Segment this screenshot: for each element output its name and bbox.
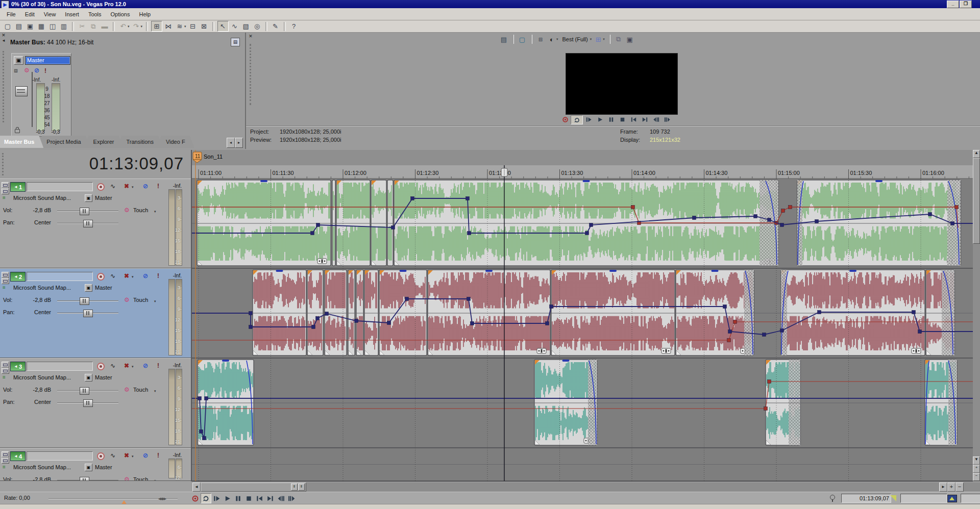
ignore-grouping-icon[interactable]: ⊠: [199, 21, 209, 31]
pan-value[interactable]: Center: [15, 399, 51, 405]
automation-caret-icon[interactable]: ▾: [154, 298, 156, 305]
audio-event[interactable]: [781, 270, 925, 355]
track-motion-icon[interactable]: ≡: [3, 374, 6, 381]
envelope-node[interactable]: [951, 222, 954, 225]
track-restore-icon[interactable]: [2, 457, 9, 464]
audio-event[interactable]: [797, 180, 961, 266]
envelope-node[interactable]: [955, 206, 959, 209]
tab-master-bus[interactable]: Master Bus: [0, 136, 43, 148]
track-name-field[interactable]: [27, 272, 93, 281]
audio-event[interactable]: [379, 270, 427, 355]
pan-slider-handle[interactable]: [83, 399, 93, 407]
menu-tools[interactable]: Tools: [84, 10, 106, 19]
audio-event[interactable]: [364, 270, 378, 355]
track-header-3[interactable]: ◄3∿✖▾⊘!-Inf.≡Microsoft Sound Map...▣Mast…: [0, 358, 191, 448]
envelope-node[interactable]: [468, 232, 471, 235]
mute-caret-icon[interactable]: ▾: [132, 453, 134, 460]
tab-scroll-right-icon[interactable]: ▸: [235, 138, 243, 148]
envelope-node[interactable]: [467, 297, 471, 301]
lock-envelopes-icon[interactable]: ⊟: [188, 21, 198, 31]
envelope-node[interactable]: [312, 325, 315, 329]
master-fader-handle[interactable]: [15, 86, 28, 96]
automation-caret-icon[interactable]: ▾: [154, 208, 156, 215]
mute-icon[interactable]: ✖: [124, 272, 129, 279]
mute-caret-icon[interactable]: ▾: [132, 273, 134, 281]
envelope-node[interactable]: [693, 216, 696, 220]
track-restore-icon[interactable]: [2, 188, 9, 194]
enable-snapping-icon[interactable]: ⊞: [151, 21, 162, 32]
automation-gear-icon[interactable]: ⚙: [124, 296, 130, 303]
bus-assign-button[interactable]: ▣: [85, 374, 92, 381]
envelope-node[interactable]: [754, 215, 757, 218]
undo-icon-caret[interactable]: ▾: [128, 24, 130, 29]
track-envelope-icon[interactable]: ∿: [110, 362, 115, 369]
tab-video-f[interactable]: Video F: [157, 136, 194, 148]
zoom-edit-tool-icon[interactable]: ◎: [252, 21, 262, 31]
vol-slider-handle[interactable]: [80, 477, 89, 481]
auto-crossfade-icon[interactable]: ⋈: [163, 21, 174, 31]
preview-stop-button[interactable]: [617, 115, 628, 123]
drag-grip[interactable]: [2, 153, 5, 175]
envelope-node[interactable]: [928, 213, 932, 216]
envelope-node[interactable]: [815, 220, 819, 223]
envelope-node[interactable]: [780, 223, 784, 227]
import-media-icon[interactable]: ◫: [47, 21, 58, 31]
envelope-node[interactable]: [325, 312, 329, 316]
audio-event[interactable]: [428, 270, 550, 355]
track-number[interactable]: ◄3: [10, 362, 26, 371]
overlay-grid-icon[interactable]: ⊞: [593, 35, 603, 44]
horizontal-scrollbar[interactable]: ◄ ‖ ‖ ► + −: [192, 482, 980, 492]
bus-assign-button[interactable]: ▣: [85, 464, 92, 471]
paste-icon[interactable]: ▬: [100, 21, 110, 31]
track-name-field[interactable]: [27, 451, 93, 461]
tab-project-media[interactable]: Project Media: [37, 136, 90, 148]
undo-icon[interactable]: ↶: [118, 21, 128, 31]
zoom-in-vertical-icon[interactable]: +: [973, 465, 980, 473]
envelope-node[interactable]: [391, 226, 395, 230]
zoom-out-icon[interactable]: −: [955, 482, 964, 492]
preview-play-from-start-button[interactable]: [583, 115, 594, 123]
envelope-node[interactable]: [764, 407, 768, 411]
mute-icon[interactable]: ⊘: [34, 67, 39, 74]
cursor-time-field[interactable]: 01:13:09,07: [841, 494, 891, 503]
snap-indicator-icon[interactable]: [947, 495, 957, 502]
envelope-node[interactable]: [355, 319, 358, 323]
automation-gear-icon[interactable]: ⚙: [124, 476, 130, 481]
solo-icon[interactable]: ⊘: [143, 452, 148, 459]
overlay-grid-caret[interactable]: ▾: [603, 37, 605, 41]
scroll-down-icon[interactable]: ▼: [973, 456, 980, 465]
vol-slider-handle[interactable]: [80, 208, 89, 215]
pan-slider-handle[interactable]: [83, 220, 93, 227]
vol-slider[interactable]: [57, 300, 118, 301]
whats-this-help-icon[interactable]: ?: [289, 21, 299, 31]
track-number[interactable]: ◄1: [10, 182, 26, 192]
scroll-right-icon[interactable]: ►: [939, 482, 947, 492]
pushpin-icon[interactable]: [830, 495, 835, 500]
pan-slider-handle[interactable]: [83, 310, 93, 317]
track-envelope-icon[interactable]: ∿: [110, 272, 115, 279]
extra-status-field[interactable]: [961, 494, 980, 503]
normal-edit-tool-icon[interactable]: ↖: [217, 21, 229, 32]
pan-value[interactable]: Center: [15, 309, 51, 315]
cut-icon[interactable]: ✂: [77, 21, 87, 31]
save-snapshot-icon[interactable]: ▣: [625, 35, 635, 44]
dim-icon[interactable]: !: [44, 67, 46, 74]
properties-icon[interactable]: ▦: [36, 21, 46, 31]
track-number[interactable]: ◄4: [10, 451, 26, 461]
vertical-scroll-thumb[interactable]: [973, 158, 980, 244]
automation-mode[interactable]: Touch: [133, 207, 148, 213]
envelope-node[interactable]: [728, 330, 732, 334]
record-arm-icon[interactable]: [97, 273, 105, 281]
envelope-node[interactable]: [411, 197, 414, 200]
video-fx-icon[interactable]: ⧈: [535, 35, 546, 44]
track-header-4[interactable]: ◄4∿✖▾⊘!-Inf.≡Microsoft Sound Map...▣Mast…: [0, 448, 191, 481]
record-arm-icon[interactable]: [97, 363, 105, 370]
track-restore-icon[interactable]: [2, 368, 9, 374]
automation-caret-icon[interactable]: ▾: [154, 388, 156, 395]
audio-event[interactable]: [197, 180, 331, 266]
envelope-node[interactable]: [200, 430, 203, 434]
tab-scroll-left-icon[interactable]: ◂: [227, 138, 235, 148]
track-device-name[interactable]: Microsoft Sound Map...: [13, 464, 71, 470]
phase-icon[interactable]: !: [157, 272, 159, 279]
preview-quality-label[interactable]: Best (Full): [559, 36, 591, 42]
